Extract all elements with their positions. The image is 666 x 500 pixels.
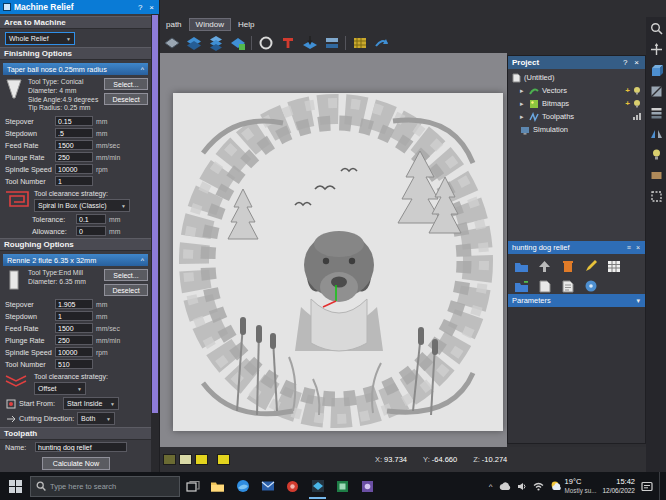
tree-item-bitmaps[interactable]: ▸ Bitmaps +	[508, 97, 645, 110]
expand-icon[interactable]: ▸	[520, 87, 526, 95]
parameters-header[interactable]: Parameters ▾	[508, 294, 645, 307]
clip-region-icon[interactable]	[649, 189, 664, 204]
scrollbar-thumb[interactable]	[152, 15, 158, 413]
swatch-yellow[interactable]	[195, 454, 208, 465]
text-tool-icon[interactable]	[279, 34, 296, 51]
notification-icon[interactable]	[641, 481, 653, 492]
taskbar-weather[interactable]: 19°C Mostly su...	[550, 478, 597, 494]
cube-view-icon[interactable]	[649, 63, 664, 78]
close-icon[interactable]: ×	[632, 58, 641, 67]
finishing-spindle-input[interactable]	[55, 164, 93, 174]
start-button[interactable]	[0, 472, 30, 500]
roughing-feedrate-input[interactable]	[55, 323, 93, 333]
finishing-tool-header[interactable]: Taper ball nose 0.25mm radius ^	[3, 63, 148, 75]
weave-texture-icon[interactable]	[351, 34, 368, 51]
bulb-icon[interactable]	[633, 86, 641, 95]
cutting-direction-select[interactable]: Both ▼	[77, 412, 115, 425]
help-icon[interactable]: ?	[621, 58, 629, 67]
roughing-select-button[interactable]: Select...	[104, 269, 148, 281]
light-icon[interactable]	[649, 147, 664, 162]
menu-item-help[interactable]: Help	[232, 19, 260, 30]
taskbar-clock[interactable]: 15:42 12/06/2022	[602, 477, 635, 495]
browser-icon[interactable]	[230, 472, 255, 500]
chevron-down-icon[interactable]: ▾	[635, 297, 641, 305]
bulb-icon[interactable]	[633, 99, 641, 108]
project-titlebar[interactable]: Project ? ×	[508, 56, 645, 69]
roughing-plungerate-input[interactable]	[55, 335, 93, 345]
finishing-feedrate-input[interactable]	[55, 140, 93, 150]
add-layer-icon[interactable]	[229, 34, 246, 51]
show-desktop-button[interactable]	[659, 472, 663, 500]
layers-view-icon[interactable]	[649, 105, 664, 120]
delete-icon[interactable]	[559, 258, 576, 274]
roughing-stepdown-input[interactable]	[55, 311, 93, 321]
tray-chevron-icon[interactable]: ^	[489, 482, 493, 491]
roughing-deselect-button[interactable]: Deselect	[104, 284, 148, 296]
start-from-select[interactable]: Start Inside ▼	[63, 397, 119, 410]
toolpath-name-input[interactable]	[35, 442, 127, 452]
finishing-plungerate-input[interactable]	[55, 152, 93, 162]
dialog-scrollbar[interactable]	[151, 14, 159, 472]
finishing-select-button[interactable]: Select...	[104, 78, 148, 90]
simulate-toolpath-icon[interactable]	[582, 278, 599, 294]
tree-item-vectors[interactable]: ▸ Vectors +	[508, 84, 645, 97]
taskbar-search[interactable]	[30, 476, 180, 497]
close-icon[interactable]: ×	[635, 244, 641, 251]
cloud-icon[interactable]	[499, 482, 511, 491]
wifi-icon[interactable]	[533, 482, 544, 491]
measure-icon[interactable]	[257, 34, 274, 51]
app-red-icon[interactable]	[280, 472, 305, 500]
tree-item-simulation[interactable]: Simulation	[508, 123, 645, 136]
stack-icon[interactable]	[323, 34, 340, 51]
finishing-clearance-select[interactable]: Spiral in Box (Classic) ▼	[34, 199, 130, 212]
file-explorer-icon[interactable]	[205, 472, 230, 500]
template-icon[interactable]	[559, 278, 576, 294]
expand-icon[interactable]: ▸	[520, 100, 526, 108]
roughing-stepover-input[interactable]	[55, 299, 93, 309]
allowance-input[interactable]	[76, 226, 106, 236]
wrap-icon[interactable]	[373, 34, 390, 51]
move-up-icon[interactable]	[536, 258, 553, 274]
menu-icon[interactable]: ≡	[626, 244, 632, 251]
add-icon[interactable]: +	[625, 86, 630, 95]
swatch-pale-yellow[interactable]	[179, 454, 192, 465]
pan-icon[interactable]	[649, 42, 664, 57]
search-input[interactable]	[50, 482, 160, 491]
app-green-icon[interactable]	[330, 472, 355, 500]
task-view-icon[interactable]	[180, 472, 205, 500]
menu-item-window[interactable]: Window	[190, 19, 230, 30]
volume-icon[interactable]	[517, 482, 527, 491]
folder-icon[interactable]	[513, 258, 530, 274]
layers-icon[interactable]	[207, 34, 224, 51]
mirror-icon[interactable]	[649, 126, 664, 141]
toolpath-item-header[interactable]: hunting dog relief ≡ ×	[508, 241, 645, 254]
close-icon[interactable]: ×	[147, 3, 156, 12]
save-toolpath-icon[interactable]	[536, 278, 553, 294]
roughing-toolnumber-input[interactable]	[55, 359, 93, 369]
zoom-icon[interactable]	[649, 21, 664, 36]
help-icon[interactable]: ?	[136, 3, 144, 12]
new-folder-icon[interactable]	[513, 278, 530, 294]
levels-icon[interactable]	[632, 112, 641, 121]
calculate-now-button[interactable]: Calculate Now	[42, 457, 110, 470]
roughing-clearance-select[interactable]: Offset ▼	[34, 382, 86, 395]
plane-icon[interactable]	[163, 34, 180, 51]
mail-icon[interactable]	[255, 472, 280, 500]
edit-icon[interactable]	[582, 258, 599, 274]
add-icon[interactable]: +	[625, 99, 630, 108]
finishing-stepover-input[interactable]	[55, 116, 93, 126]
finishing-toolnumber-input[interactable]	[55, 176, 93, 186]
finishing-stepdown-input[interactable]	[55, 128, 93, 138]
tree-item-toolpaths[interactable]: ▸ Toolpaths	[508, 110, 645, 123]
extrude-icon[interactable]	[301, 34, 318, 51]
roughing-tool-header[interactable]: Rennie 2 flute 6.35 x 32mm ^	[3, 254, 148, 266]
3d-view[interactable]	[160, 53, 507, 447]
offset-relief-icon[interactable]	[185, 34, 202, 51]
swatch-yellow-2[interactable]	[217, 454, 230, 465]
expand-icon[interactable]: ▸	[520, 113, 526, 121]
menu-item-toolpath[interactable]: path	[160, 19, 188, 30]
tree-item-untitled[interactable]: (Untitled)	[508, 71, 645, 84]
spreadsheet-icon[interactable]	[605, 258, 622, 274]
tolerance-input[interactable]	[76, 214, 106, 224]
aspire-app-icon[interactable]	[305, 472, 330, 500]
